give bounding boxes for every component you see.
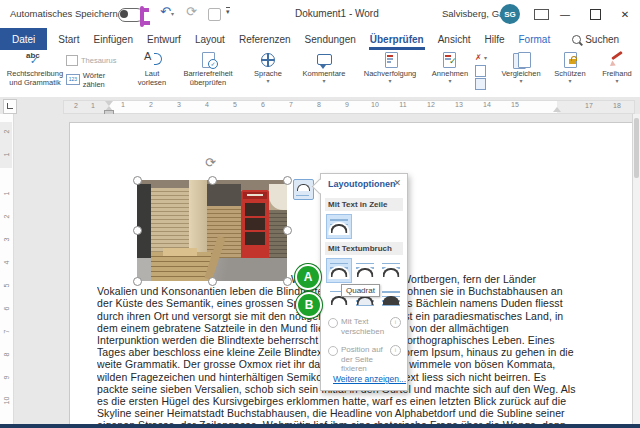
touch-mode-icon[interactable]: [208, 8, 221, 21]
section-inline-label: Mit Text in Zeile: [325, 198, 403, 211]
minimize-button[interactable]: —: [552, 3, 578, 25]
selection-handle[interactable]: [133, 277, 142, 286]
ruler-number: 12: [417, 101, 445, 108]
ruler-number: 3: [165, 101, 193, 108]
move-with-text-radio[interactable]: [328, 318, 338, 328]
accept-button[interactable]: ✓ Annehmen ▾: [429, 52, 471, 84]
word-count-button[interactable]: 123 Wörter zählen: [66, 73, 128, 86]
tab-sendungen[interactable]: Sendungen: [298, 28, 363, 50]
ribbon-group-tracking: Nachverfolgung ▾: [357, 52, 423, 94]
fix-position-radio[interactable]: [328, 346, 338, 356]
scrollbar-thumb[interactable]: [634, 118, 639, 178]
tab-layout[interactable]: Layout: [188, 28, 232, 50]
tab-referenzen[interactable]: Referenzen: [232, 28, 298, 50]
tab-hilfe[interactable]: Hilfe: [477, 28, 511, 50]
taskbar-edge: [0, 424, 640, 428]
accessibility-button[interactable]: ✓ Barrierefreiheit überprüfen: [179, 52, 237, 87]
selection-handle[interactable]: [283, 176, 292, 185]
document-title: Dokument1 - Word: [295, 8, 379, 19]
tab-entwurf[interactable]: Entwurf: [140, 28, 188, 50]
compare-button[interactable]: Vergleichen ▾: [499, 52, 543, 84]
ruler-number: 9: [333, 101, 361, 108]
wrap-option-square[interactable]: [326, 258, 352, 283]
comments-button[interactable]: Kommentare ▾: [297, 52, 351, 84]
wrap-option-tight[interactable]: [352, 258, 378, 283]
vertical-ruler: 2 1 12345678910: [0, 114, 14, 424]
move-with-text-label: Mit Text verschieben: [341, 317, 393, 336]
ribbon-group-accessibility: ✓ Barrierefreiheit überprüfen Barrierefr…: [177, 52, 239, 94]
ruler-number: 8: [305, 101, 333, 108]
info-icon[interactable]: i: [390, 345, 401, 356]
maximize-button[interactable]: [582, 3, 608, 25]
vertical-scrollbar[interactable]: [632, 114, 640, 424]
redo-icon[interactable]: ⟳: [186, 5, 197, 19]
ribbon: abc ✓ Rechtschreibung und Grammatik Thes…: [0, 50, 640, 98]
ribbon-display-options-icon[interactable]: [534, 9, 549, 20]
ribbon-tab-row: Datei Start Einfügen Entwurf Layout Refe…: [0, 28, 640, 50]
ruler-number: 4: [3, 257, 10, 269]
annotation-badge-b: B: [296, 292, 322, 318]
tab-start[interactable]: Start: [51, 28, 86, 50]
reject-change-icon[interactable]: ✗ ▾: [475, 53, 487, 62]
ruler-number: 2: [3, 211, 10, 223]
popup-close-icon[interactable]: ✕: [393, 178, 401, 188]
tab-einfuegen[interactable]: Einfügen: [86, 28, 139, 50]
ribbon-group-compare: Vergleichen ▾ Vergleichen: [499, 52, 543, 94]
ruler-number: 18: [603, 102, 631, 109]
ruler-number: 17: [575, 102, 603, 109]
selection-handle[interactable]: [133, 176, 142, 185]
photo-doorway: [137, 184, 151, 264]
avatar[interactable]: SG: [500, 4, 520, 24]
tab-format[interactable]: Format: [512, 28, 558, 50]
ruler-number: 1: [79, 102, 107, 109]
layout-options-popup: Layoutoptionen ✕ Mit Text in Zeile Mit T…: [320, 173, 408, 391]
ruler-number: 7: [3, 326, 10, 338]
right-indent-marker[interactable]: [553, 107, 561, 112]
popup-title: Layoutoptionen: [328, 179, 396, 189]
thesaurus-button[interactable]: Thesaurus: [66, 54, 128, 67]
ruler-number: 6: [3, 303, 10, 315]
tab-ansicht[interactable]: Ansicht: [431, 28, 478, 50]
through-wrap-icon: [383, 268, 400, 277]
selection-handle[interactable]: [283, 277, 292, 286]
tab-ueberpruefen[interactable]: Überprüfen: [363, 28, 431, 50]
photo-booth-windows: [244, 202, 266, 246]
search-box[interactable]: Suchen: [565, 28, 626, 50]
info-icon[interactable]: i: [390, 317, 401, 328]
spelling-grammar-button[interactable]: abc ✓ Rechtschreibung und Grammatik: [6, 52, 64, 87]
ribbon-group-comments: Kommentare ▾: [297, 52, 351, 94]
save-icon[interactable]: [140, 8, 144, 26]
wrap-arc-icon: [297, 184, 310, 191]
tab-selector[interactable]: [3, 99, 17, 114]
pen-icon: [607, 52, 627, 68]
ruler-number: 6: [249, 101, 277, 108]
annotation-badge-a: A: [295, 264, 321, 290]
wrap-option-through[interactable]: [378, 258, 404, 283]
previous-change-icon[interactable]: [475, 65, 486, 77]
layout-options-button[interactable]: [293, 179, 314, 200]
track-changes-icon: [380, 52, 400, 68]
read-aloud-button[interactable]: A Laut vorlesen: [133, 52, 171, 87]
title-bar: Automatisches Speichern ↶▾ ⟳ ▾ Dokument1…: [0, 0, 640, 28]
selection-handle[interactable]: [208, 176, 217, 185]
next-change-icon[interactable]: [475, 78, 486, 90]
selection-handle[interactable]: [283, 226, 292, 235]
tab-datei[interactable]: Datei: [0, 28, 47, 50]
close-button[interactable]: ✕: [612, 3, 638, 25]
thesaurus-icon: [66, 55, 78, 66]
ink-button[interactable]: Freihand ▾: [597, 52, 637, 84]
wrap-option-inline[interactable]: [326, 214, 352, 239]
rotate-handle-icon[interactable]: ⟳: [205, 155, 216, 170]
see-more-link[interactable]: Weitere anzeigen...: [333, 374, 406, 384]
ruler-number: 10: [3, 395, 10, 407]
language-button[interactable]: Sprache ▾: [245, 52, 291, 84]
selected-photo[interactable]: [137, 180, 287, 281]
selection-handle[interactable]: [208, 277, 217, 286]
ruler-number: 2: [3, 126, 10, 138]
customize-qat-icon[interactable]: ▾: [226, 7, 230, 16]
protect-button[interactable]: Schützen ▾: [549, 52, 591, 84]
tracking-button[interactable]: Nachverfolgung ▾: [357, 52, 423, 84]
selection-handle[interactable]: [133, 226, 142, 235]
undo-icon[interactable]: ↶▾: [160, 5, 174, 19]
wrap-option-in-front[interactable]: [378, 286, 404, 311]
